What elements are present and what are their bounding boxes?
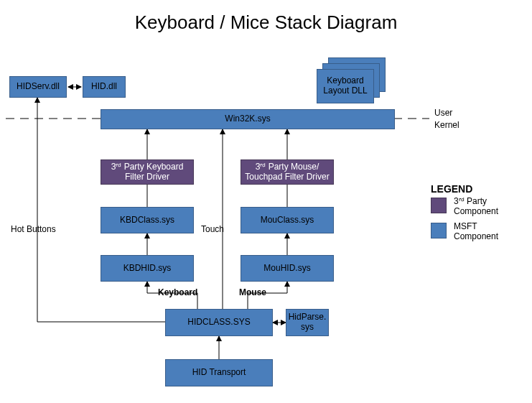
legend-swatch-msft <box>431 223 447 238</box>
box-kbdhid: KBDHID.sys <box>101 255 194 282</box>
label-kernel: Kernel <box>434 120 459 130</box>
label-keyboard: Keyboard <box>158 287 197 297</box>
box-hidclass: HIDCLASS.SYS <box>165 309 273 336</box>
legend-label-third: 3ʳᵈ Party Component <box>454 196 511 216</box>
legend-label-msft: MSFT Component <box>454 221 511 241</box>
label-touch: Touch <box>201 224 224 234</box>
box-hidparse: HidParse. sys <box>286 309 329 336</box>
diagram-title: Keyboard / Mice Stack Diagram <box>0 11 532 34</box>
legend-swatch-third <box>431 198 447 213</box>
box-mouclass: MouClass.sys <box>241 207 334 233</box>
box-kbdclass: KBDClass.sys <box>101 207 194 233</box>
box-mouhid: MouHID.sys <box>241 255 334 282</box>
box-kb-filter: 3ʳᵈ Party Keyboard Filter Driver <box>101 159 194 185</box>
label-user: User <box>434 108 452 118</box>
connectors <box>0 0 532 403</box>
box-kbdlayout: Keyboard Layout DLL <box>317 69 374 103</box>
label-hot-buttons: Hot Buttons <box>11 224 56 234</box>
label-mouse: Mouse <box>239 287 266 297</box>
legend-title: LEGEND <box>431 183 472 195</box>
box-hiddll: HID.dll <box>83 76 126 98</box>
box-win32k: Win32K.sys <box>101 109 395 129</box>
box-ms-filter: 3ʳᵈ Party Mouse/ Touchpad Filter Driver <box>241 159 334 185</box>
box-hidtransport: HID Transport <box>165 359 273 386</box>
box-hidserv: HIDServ.dll <box>9 76 67 98</box>
